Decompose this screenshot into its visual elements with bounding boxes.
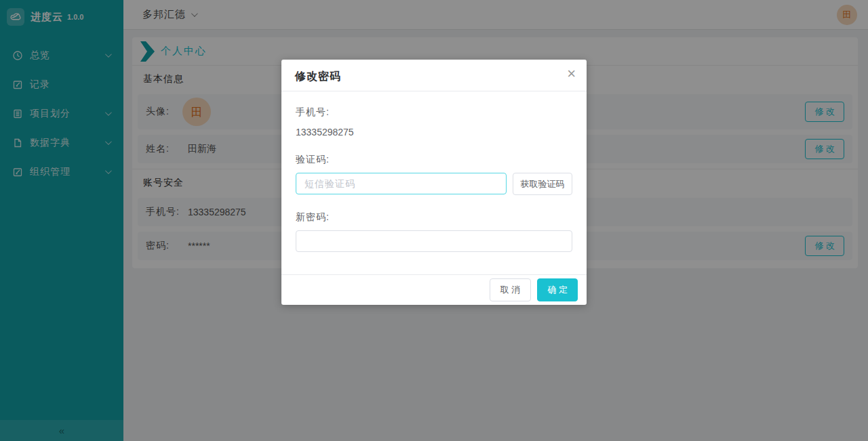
confirm-button[interactable]: 确 定 (537, 278, 578, 301)
new-password-input[interactable] (296, 230, 572, 252)
dialog-header: 修改密码 × (281, 60, 587, 91)
dialog-body: 手机号: 13335298275 验证码: 获取验证码 新密码: (281, 91, 587, 252)
code-label: 验证码: (296, 154, 572, 166)
dialog-footer: 取 消 确 定 (281, 274, 587, 305)
close-icon[interactable]: × (567, 66, 576, 81)
dialog-title: 修改密码 (295, 70, 341, 82)
modal-phone-value: 13335298275 (296, 127, 572, 138)
sms-code-input[interactable] (296, 173, 507, 194)
cancel-button[interactable]: 取 消 (490, 278, 532, 301)
modal-phone-label: 手机号: (296, 106, 572, 119)
get-code-button[interactable]: 获取验证码 (513, 173, 572, 195)
change-password-dialog: 修改密码 × 手机号: 13335298275 验证码: 获取验证码 新密码: … (281, 60, 587, 305)
new-password-label: 新密码: (296, 211, 572, 224)
